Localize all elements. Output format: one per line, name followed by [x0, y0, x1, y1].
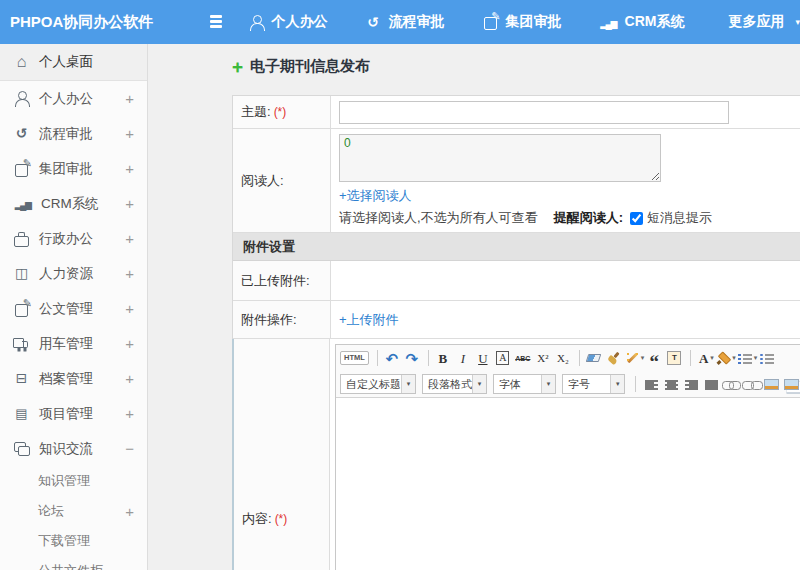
choose-readers-link[interactable]: +选择阅读人: [339, 187, 800, 205]
italic-button[interactable]: I: [455, 348, 473, 368]
sidebar-subitem-knowledge-mgmt[interactable]: 知识管理: [0, 466, 147, 496]
select-caret-icon: [401, 375, 415, 393]
expand-toggle[interactable]: +: [125, 503, 134, 520]
remind-readers-label: 提醒阅读人:: [554, 209, 623, 227]
uploaded-attachments-value: [331, 261, 800, 300]
unordered-list-button[interactable]: [759, 348, 777, 368]
align-left-button[interactable]: [642, 374, 660, 394]
toolbar-separator[interactable]: [377, 350, 378, 366]
expand-toggle[interactable]: +: [125, 195, 134, 212]
sidebar-item-archive-mgmt[interactable]: 档案管理 +: [0, 361, 147, 396]
editor-content-area[interactable]: [336, 397, 800, 570]
subject-input[interactable]: [339, 101, 729, 124]
toolbar-separator[interactable]: [635, 376, 636, 392]
blockquote-button[interactable]: “: [646, 348, 664, 368]
clean-format-button[interactable]: [606, 348, 624, 368]
font-style-button[interactable]: A: [495, 348, 513, 368]
chevron-down-icon: ▾: [641, 354, 645, 362]
sms-notify-label: 短消息提示: [647, 209, 712, 227]
expand-toggle[interactable]: +: [125, 230, 134, 247]
link-button[interactable]: [722, 374, 740, 394]
attachment-ops-label: 附件操作:: [233, 301, 331, 338]
highlight-color-button[interactable]: ▾: [717, 348, 736, 368]
ordered-list-button[interactable]: ▾: [738, 348, 758, 368]
html-source-button[interactable]: HTML: [340, 348, 371, 368]
toolbar-separator[interactable]: [690, 350, 691, 366]
sidebar-item-admin-office[interactable]: 行政办公 +: [0, 221, 147, 256]
nav-item-process-approval[interactable]: 流程审批: [365, 13, 456, 31]
sidebar-subitem-public-cabinet[interactable]: 公共文件柜: [0, 556, 147, 570]
app-window: PHPOA协同办公软件 个人办公 流程审批 集团审批: [0, 0, 800, 570]
top-header: PHPOA协同办公软件 个人办公 流程审批 集团审批: [0, 0, 800, 44]
sidebar-subitem-download-mgmt[interactable]: 下载管理: [0, 526, 147, 556]
paste-text-button[interactable]: T: [666, 348, 684, 368]
align-center-button[interactable]: [662, 374, 680, 394]
expand-toggle[interactable]: +: [125, 405, 134, 422]
nav-item-group-approval[interactable]: 集团审批: [482, 13, 573, 31]
align-justify-button[interactable]: [702, 374, 720, 394]
unlink-button[interactable]: [742, 374, 760, 394]
expand-toggle[interactable]: +: [125, 335, 134, 352]
subject-label: 主题: (*): [233, 96, 331, 128]
font-family-select[interactable]: 字体: [493, 374, 556, 394]
bar-chart-icon: [13, 197, 32, 211]
hamburger-menu-icon[interactable]: [208, 14, 224, 30]
align-right-button[interactable]: [682, 374, 700, 394]
sidebar-item-vehicle-mgmt[interactable]: 用车管理 +: [0, 326, 147, 361]
flow-approval-icon: [365, 15, 382, 29]
expand-toggle[interactable]: −: [125, 440, 134, 457]
chevron-down-icon: ▾: [732, 354, 736, 362]
sidebar-item-process-approval[interactable]: 流程审批 +: [0, 116, 147, 151]
readers-textarea[interactable]: 0: [339, 134, 661, 182]
select-caret-icon: [541, 375, 555, 393]
chevron-down-icon: ▾: [795, 17, 800, 27]
editor-toolbar-row2: 自定义标题 段落格式: [336, 371, 800, 397]
insert-image-button[interactable]: [762, 374, 780, 394]
sidebar-item-hr[interactable]: 人力资源 +: [0, 256, 147, 291]
toolbar-separator[interactable]: [428, 350, 429, 366]
sidebar-menu: 个人办公 + 流程审批 + 集团审批 + CRM系统: [0, 81, 147, 466]
multi-image-button[interactable]: [782, 374, 800, 394]
custom-heading-select[interactable]: 自定义标题: [340, 374, 416, 394]
sidebar-item-group-approval[interactable]: 集团审批 +: [0, 151, 147, 186]
expand-toggle[interactable]: +: [125, 90, 134, 107]
underline-button[interactable]: U: [475, 348, 493, 368]
main-content: 电子期刊信息发布 主题: (*) 阅读人: 0 +选择阅读人: [149, 44, 800, 570]
sidebar-item-project-mgmt[interactable]: 项目管理 +: [0, 396, 147, 431]
chevron-down-icon: ▾: [754, 354, 758, 362]
attachments-section-header: 附件设置: [233, 233, 800, 261]
expand-toggle[interactable]: +: [125, 300, 134, 317]
expand-toggle[interactable]: +: [125, 160, 134, 177]
content-label: 内容: (*): [232, 339, 330, 570]
undo-button[interactable]: ↶: [384, 348, 402, 368]
sidebar-item-personal-office[interactable]: 个人办公 +: [0, 81, 147, 116]
expand-toggle[interactable]: +: [125, 125, 134, 142]
sms-notify-checkbox[interactable]: [630, 212, 643, 225]
superscript-button[interactable]: X²: [535, 348, 553, 368]
font-color-button[interactable]: A ▾: [697, 348, 715, 368]
strikethrough-button[interactable]: ABC: [515, 348, 533, 368]
sidebar-item-crm[interactable]: CRM系统 +: [0, 186, 147, 221]
paragraph-format-select[interactable]: 段落格式: [422, 374, 487, 394]
document-icon: [13, 302, 30, 316]
expand-toggle[interactable]: +: [125, 265, 134, 282]
edit-approval-icon: [13, 162, 30, 176]
page-title: 电子期刊信息发布: [232, 57, 370, 76]
expand-toggle[interactable]: +: [125, 370, 134, 387]
font-size-select[interactable]: 字号: [562, 374, 625, 394]
nav-item-more-apps[interactable]: 更多应用 ▾: [721, 13, 800, 31]
nav-item-crm[interactable]: CRM系统: [599, 13, 696, 31]
redo-button[interactable]: ↷: [404, 348, 422, 368]
bold-button[interactable]: B: [435, 348, 453, 368]
sidebar-item-document-mgmt[interactable]: 公文管理 +: [0, 291, 147, 326]
upload-attachment-link[interactable]: +上传附件: [339, 311, 399, 329]
sidebar-subitem-forum[interactable]: 论坛 +: [0, 496, 147, 526]
toolbar-separator[interactable]: [579, 350, 580, 366]
eraser-button[interactable]: [586, 348, 604, 368]
sidebar-item-knowledge[interactable]: 知识交流 −: [0, 431, 147, 466]
nav-item-personal-office[interactable]: 个人办公: [248, 13, 339, 31]
sidebar-item-personal-desktop[interactable]: 个人桌面: [0, 44, 147, 81]
subscript-button[interactable]: X₂: [555, 348, 573, 368]
paint-format-button[interactable]: ▾: [626, 348, 645, 368]
book-icon: [13, 266, 30, 281]
